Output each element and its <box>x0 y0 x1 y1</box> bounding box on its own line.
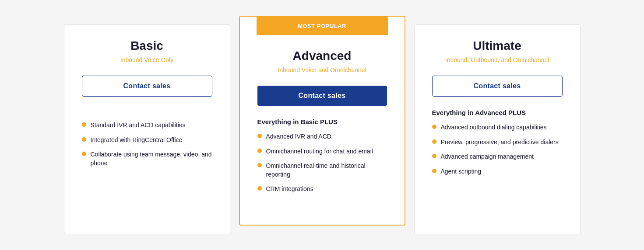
most-popular-banner: MOST POPULAR <box>257 17 388 35</box>
bullet-icon <box>82 137 86 142</box>
advanced-card: MOST POPULAR Advanced Inbound Voice and … <box>239 16 405 226</box>
basic-contact-sales-button[interactable]: Contact sales <box>82 76 212 97</box>
advanced-contact-sales-button[interactable]: Contact sales <box>257 86 387 106</box>
list-item: Omnichannel real-time and historical rep… <box>257 162 387 179</box>
ultimate-contact-sales-button[interactable]: Contact sales <box>432 76 563 97</box>
basic-plan-subtitle: Inbound Voice Only <box>82 56 212 63</box>
list-item: Preview, progressive, and predictive dia… <box>432 138 563 147</box>
basic-card: Basic Inbound Voice Only Contact sales S… <box>64 24 230 234</box>
bullet-icon <box>82 152 86 156</box>
ultimate-features-header: Everything in Advanced PLUS <box>432 109 563 116</box>
basic-features-list: Standard IVR and ACD capabilities Integr… <box>82 121 212 167</box>
bullet-icon <box>432 139 436 144</box>
ultimate-card: Ultimate Inbound, Outbound, and Omnichan… <box>414 24 581 234</box>
ultimate-features-list: Advanced outbound dialing capabilities P… <box>432 123 563 176</box>
list-item: Advanced outbound dialing capabilities <box>432 123 563 132</box>
list-item: Agent scripting <box>432 167 563 176</box>
list-item: Standard IVR and ACD capabilities <box>82 121 212 130</box>
list-item: Collaborate using team message, video, a… <box>82 150 212 167</box>
basic-plan-name: Basic <box>82 39 212 53</box>
advanced-plan-subtitle: Inbound Voice and Omnichannel <box>257 66 387 73</box>
bullet-icon <box>257 186 262 191</box>
pricing-container: Basic Inbound Voice Only Contact sales S… <box>60 16 585 234</box>
list-item: Advanced campaign management <box>432 153 563 161</box>
list-item: Omnichannel routing for chat and email <box>257 147 387 156</box>
list-item: CRM integrations <box>257 185 387 194</box>
bullet-icon <box>257 163 262 167</box>
bullet-icon <box>432 169 436 173</box>
advanced-plan-name: Advanced <box>257 49 387 63</box>
bullet-icon <box>257 149 262 153</box>
advanced-features-list: Advanced IVR and ACD Omnichannel routing… <box>257 132 387 194</box>
bullet-icon <box>432 154 436 158</box>
advanced-features-header: Everything in Basic PLUS <box>257 118 387 125</box>
bullet-icon <box>432 125 436 129</box>
ultimate-plan-subtitle: Inbound, Outbound, and Omnichannel <box>432 56 563 63</box>
most-popular-label: MOST POPULAR <box>298 23 346 29</box>
ultimate-plan-name: Ultimate <box>432 39 563 53</box>
list-item: Integrated with RingCentral Office <box>82 136 212 145</box>
list-item: Advanced IVR and ACD <box>257 132 387 141</box>
bullet-icon <box>257 134 262 138</box>
bullet-icon <box>82 122 86 127</box>
